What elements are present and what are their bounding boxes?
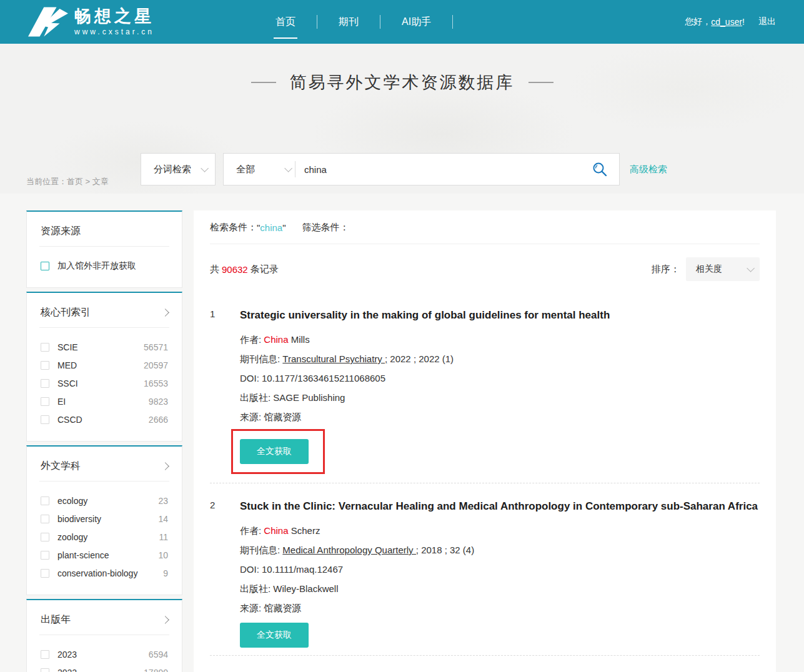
filter-cscd[interactable]: CSCD 2666 <box>41 410 168 428</box>
page-title: 简易寻外文学术资源数据库 <box>290 71 515 94</box>
checkbox[interactable] <box>41 343 49 352</box>
nav-divider <box>380 15 380 29</box>
breadcrumb-current: 文章 <box>92 177 109 186</box>
result-publisher: 出版社: Wiley-Blackwell <box>240 579 760 598</box>
title-dash-left <box>251 82 276 83</box>
source-label: 来源: <box>240 603 264 613</box>
result-title-link[interactable]: Stuck in the Clinic: Vernacular Healing … <box>240 497 760 516</box>
result-journal: 期刊信息: Transcultural Psychiatry ; 2022 ; … <box>240 349 760 368</box>
logo-title: 畅想之星 <box>74 8 154 25</box>
chevron-right-icon[interactable] <box>161 309 169 317</box>
filter-med[interactable]: MED 20597 <box>41 356 168 374</box>
filter-count: 9823 <box>149 397 168 407</box>
result-item: 1 Strategic universality in the making o… <box>210 292 760 483</box>
checkbox[interactable] <box>41 668 49 672</box>
filter-ssci[interactable]: SSCI 16553 <box>41 374 168 392</box>
doi-label: DOI: <box>240 373 262 383</box>
filter-label: CSCD <box>57 415 82 425</box>
author-keyword: China <box>264 525 288 536</box>
total-suffix: 条记录 <box>251 264 279 275</box>
filter-biodiversity[interactable]: biodiversity 14 <box>41 510 168 528</box>
checkbox[interactable] <box>41 497 49 505</box>
filter-plant-science[interactable]: plant-science 10 <box>41 546 168 564</box>
user-area: 您好，cd_user! 退出 <box>685 16 776 27</box>
fulltext-button[interactable]: 全文获取 <box>240 623 309 648</box>
annotation-highlight-box: 全文获取 <box>231 429 325 474</box>
checkbox[interactable] <box>41 361 49 370</box>
filter-ei[interactable]: EI 9823 <box>41 392 168 410</box>
filter-year-2022[interactable]: 2022 17890 <box>41 663 168 672</box>
search-divider <box>295 161 295 177</box>
logo-subtitle: www.cxstar.cn <box>74 28 154 36</box>
filter-section-source: 资源来源 加入馆外非开放获取 <box>26 210 182 288</box>
author-rest: Scherz <box>289 525 320 536</box>
main-content: 资源来源 加入馆外非开放获取 核心刊索引 SCIE 56571 <box>0 194 804 672</box>
checkbox[interactable] <box>41 515 49 523</box>
nav-ai-assistant[interactable]: AI助手 <box>402 11 431 34</box>
filter-year-2023[interactable]: 2023 6594 <box>41 645 168 663</box>
username-link[interactable]: cd_user <box>711 17 742 27</box>
filter-count: 9 <box>163 568 168 578</box>
main-nav: 首页 期刊 AI助手 <box>254 11 453 34</box>
result-doi: DOI: 10.1177/13634615211068605 <box>240 368 760 388</box>
section-title-text: 资源来源 <box>41 225 81 238</box>
filter-count: 16553 <box>144 378 168 388</box>
section-title-subject: 外文学科 <box>39 447 169 482</box>
checkbox[interactable] <box>41 262 49 270</box>
total-prefix: 共 <box>210 264 219 275</box>
result-publisher: 出版社: SAGE Publishing <box>240 388 760 407</box>
filter-count: 11 <box>159 532 168 542</box>
filter-count: 10 <box>158 550 168 560</box>
journal-link[interactable]: Transcultural Psychiatry ; <box>282 353 387 364</box>
chevron-right-icon[interactable] <box>161 462 169 470</box>
checkbox[interactable] <box>41 379 49 388</box>
filter-label: plant-science <box>57 550 109 560</box>
journal-link[interactable]: Medical Anthropology Quarterly ; <box>282 545 419 555</box>
checkbox[interactable] <box>41 397 49 406</box>
publisher-label: 出版社: <box>240 583 273 594</box>
section-title-source: 资源来源 <box>39 212 169 247</box>
filter-condition-label: 筛选条件： <box>302 222 349 234</box>
nav-journals[interactable]: 期刊 <box>339 11 359 34</box>
site-logo[interactable]: 畅想之星 www.cxstar.cn <box>28 6 154 37</box>
search-input[interactable] <box>304 164 589 175</box>
logo-text: 畅想之星 www.cxstar.cn <box>74 8 154 36</box>
result-source: 来源: 馆藏资源 <box>240 407 760 427</box>
advanced-search-link[interactable]: 高级检索 <box>630 164 667 175</box>
chevron-down-icon <box>747 264 755 272</box>
logout-link[interactable]: 退出 <box>758 16 776 27</box>
search-button[interactable] <box>589 159 610 180</box>
breadcrumb-home[interactable]: 首页 <box>67 177 83 186</box>
filter-conservation-biology[interactable]: conservation-biology 9 <box>41 564 168 582</box>
condition-label: 检索条件： <box>210 222 257 234</box>
chevron-right-icon[interactable] <box>161 616 169 624</box>
filter-ecology[interactable]: ecology 23 <box>41 492 168 510</box>
sort-select[interactable]: 相关度 <box>686 257 760 281</box>
filter-label: EI <box>57 397 66 407</box>
filter-section-year: 出版年 2023 6594 2022 17890 2021 12744 <box>26 599 182 672</box>
checkbox[interactable] <box>41 533 49 541</box>
nav-divider <box>452 15 453 29</box>
results-summary-bar: 共 90632 条记录 排序： 相关度 <box>210 244 760 292</box>
result-title-link[interactable]: Strategic universality in the making of … <box>240 306 760 325</box>
search-scope-select[interactable]: 全部 <box>236 164 290 175</box>
chevron-down-icon <box>284 164 292 172</box>
breadcrumb: 当前位置：首页 > 文章 <box>26 176 109 187</box>
filter-open-access[interactable]: 加入馆外非开放获取 <box>41 257 168 275</box>
logo-icon <box>28 6 68 37</box>
section-title-year: 出版年 <box>39 600 169 635</box>
publisher-value: SAGE Publishing <box>273 392 345 403</box>
filter-zoology[interactable]: zoology 11 <box>41 528 168 546</box>
checkbox[interactable] <box>41 569 49 578</box>
fulltext-button[interactable]: 全文获取 <box>240 439 309 464</box>
section-title-core-index: 核心刊索引 <box>39 293 169 328</box>
checkbox[interactable] <box>41 650 49 659</box>
search-mode-select[interactable]: 分词检索 <box>141 153 216 185</box>
checkbox[interactable] <box>41 551 49 560</box>
sort-control: 排序： 相关度 <box>652 257 760 281</box>
filter-label: 加入馆外非开放获取 <box>57 260 136 272</box>
doi-value: 10.1111/maq.12467 <box>262 564 343 575</box>
filter-scie[interactable]: SCIE 56571 <box>41 338 168 356</box>
nav-home[interactable]: 首页 <box>275 11 295 34</box>
checkbox[interactable] <box>41 415 49 424</box>
